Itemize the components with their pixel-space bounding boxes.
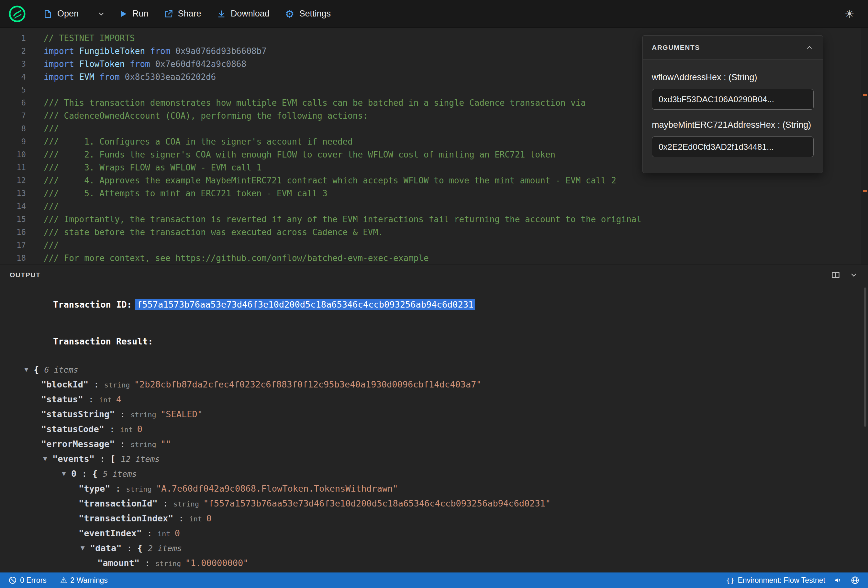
arguments-title: ARGUMENTS	[652, 44, 700, 52]
environment-status[interactable]: {} Environment: Flow Testnet	[726, 576, 825, 585]
output-tree-line: "blockId" : string "2b28cbfb87da2cfec4f0…	[11, 377, 855, 392]
line-number: 17	[0, 239, 26, 252]
output-token: 12 items	[121, 454, 159, 464]
output-tree-line[interactable]: ▼ { 6 items	[11, 363, 855, 377]
settings-label: Settings	[299, 9, 331, 19]
run-button[interactable]: Run	[112, 6, 155, 22]
collapse-output-chevron-icon[interactable]	[849, 270, 858, 280]
output-token: string	[104, 381, 134, 389]
settings-button[interactable]: ⚙ Settings	[279, 6, 337, 22]
output-token: "blockId"	[41, 379, 89, 389]
open-button[interactable]: Open	[36, 6, 85, 22]
split-panel-icon[interactable]	[831, 270, 840, 280]
output-token: :	[110, 483, 126, 494]
output-token: "statusCode"	[41, 424, 104, 434]
code-token: // TESTNET IMPORTS	[44, 33, 135, 43]
open-dropdown-button[interactable]	[93, 6, 109, 21]
output-token: "events"	[47, 454, 94, 464]
flow-logo[interactable]	[9, 5, 26, 23]
share-icon	[164, 9, 173, 18]
output-token: "status"	[41, 394, 83, 404]
output-tree-line[interactable]: ▼ "events" : [ 12 items	[11, 452, 855, 467]
download-button[interactable]: Download	[210, 6, 276, 22]
output-token: {	[28, 364, 44, 374]
code-token: from	[145, 46, 170, 56]
argument-input-wflow[interactable]	[652, 89, 813, 110]
output-token: "amount"	[97, 558, 139, 568]
output-token: :	[83, 394, 99, 404]
flow-logo-icon	[9, 5, 26, 23]
output-tree-line: "eventIndex" : int 0	[11, 526, 855, 541]
code-token: /// 4. Approves the example MaybeMintERC…	[44, 175, 616, 185]
output-token: string	[130, 441, 161, 449]
sun-icon: ☀	[845, 8, 855, 20]
output-token: :	[158, 498, 173, 508]
output-token: 6 items	[44, 365, 78, 374]
transaction-id-value[interactable]: f557a1573b76aa53e73d46f3e10d200d5c18a653…	[135, 299, 475, 310]
code-editor[interactable]: 1// TESTNET IMPORTS2import FungibleToken…	[0, 28, 868, 265]
output-token: :	[173, 513, 189, 523]
output-tree-line: "statusString" : string "SEALED"	[11, 407, 855, 422]
code-token: import	[44, 72, 74, 82]
output-token: :	[139, 558, 155, 568]
code-line: 14///	[0, 200, 868, 213]
warning-marker	[863, 94, 867, 96]
line-number: 5	[0, 84, 26, 96]
code-token: /// 5. Attempts to mint an ERC721 token …	[44, 189, 328, 198]
line-number: 18	[0, 252, 26, 265]
output-tree-line[interactable]: ▼ 0 : { 5 items	[11, 467, 855, 482]
transaction-result-label: Transaction Result:	[53, 336, 153, 346]
expand-triangle-icon[interactable]: ▼	[43, 451, 47, 466]
code-token: FungibleToken	[74, 46, 145, 56]
line-number: 11	[0, 161, 26, 174]
feedback-button[interactable]	[834, 576, 842, 584]
output-token: "transactionId"	[79, 498, 158, 508]
output-tree-line: "statusCode" : int 0	[11, 422, 855, 437]
output-token: ""	[161, 439, 171, 449]
output-tree-line: "status" : int 4	[11, 392, 855, 407]
feedback-icon	[834, 576, 842, 584]
errors-status[interactable]: 0 Errors	[9, 576, 47, 585]
code-line: 13/// 5. Attempts to mint an ERC721 toke…	[0, 187, 868, 200]
output-token: "f557a1573b76aa53e73d46f3e10d200d5c18a65…	[203, 498, 551, 508]
expand-triangle-icon[interactable]: ▼	[81, 541, 85, 555]
line-number: 1	[0, 32, 26, 45]
output-scrollbar[interactable]	[864, 287, 867, 427]
chevron-up-icon[interactable]	[805, 43, 813, 52]
output-tree-line[interactable]: ▼ "data" : { 2 items	[11, 541, 855, 556]
editor-scrollbar[interactable]	[861, 28, 868, 265]
output-token: int	[99, 396, 116, 404]
status-bar: 0 Errors ⚠ 2 Warnings {} Environment: Fl…	[0, 572, 868, 588]
transaction-id-label: Transaction ID:	[53, 299, 132, 309]
output-token: string	[130, 411, 161, 419]
output-token: :	[94, 454, 110, 464]
output-token: string	[126, 485, 156, 493]
output-token: :	[89, 379, 104, 389]
output-token: "type"	[79, 483, 110, 494]
output-token: "SEALED"	[161, 409, 202, 419]
arguments-panel-header[interactable]: ARGUMENTS	[643, 35, 823, 59]
expand-triangle-icon[interactable]: ▼	[24, 362, 28, 376]
code-link[interactable]: https://github.com/onflow/batched-evm-ex…	[176, 253, 429, 263]
download-icon	[217, 9, 226, 18]
warnings-status[interactable]: ⚠ 2 Warnings	[60, 576, 108, 585]
code-token: from	[94, 72, 120, 82]
toolbar-divider	[89, 7, 89, 21]
line-number: 15	[0, 213, 26, 226]
theme-toggle-button[interactable]: ☀	[840, 5, 859, 23]
output-token: string	[155, 560, 186, 567]
line-number: 6	[0, 96, 26, 109]
output-token: :	[104, 424, 120, 434]
output-token: :	[121, 543, 137, 553]
code-line: 17///	[0, 239, 868, 252]
output-header: OUTPUT	[0, 265, 868, 285]
transaction-result-line: Transaction Result:	[11, 323, 855, 360]
output-token: "eventIndex"	[79, 528, 142, 538]
toolbar: Open Run Share Download	[0, 0, 868, 28]
expand-triangle-icon[interactable]: ▼	[62, 466, 66, 480]
share-button[interactable]: Share	[158, 6, 208, 22]
app-window: Open Run Share Download	[0, 0, 868, 588]
argument-input-maybemint[interactable]	[652, 137, 813, 157]
environment-label: Environment: Flow Testnet	[738, 576, 825, 585]
network-button[interactable]	[850, 576, 859, 585]
